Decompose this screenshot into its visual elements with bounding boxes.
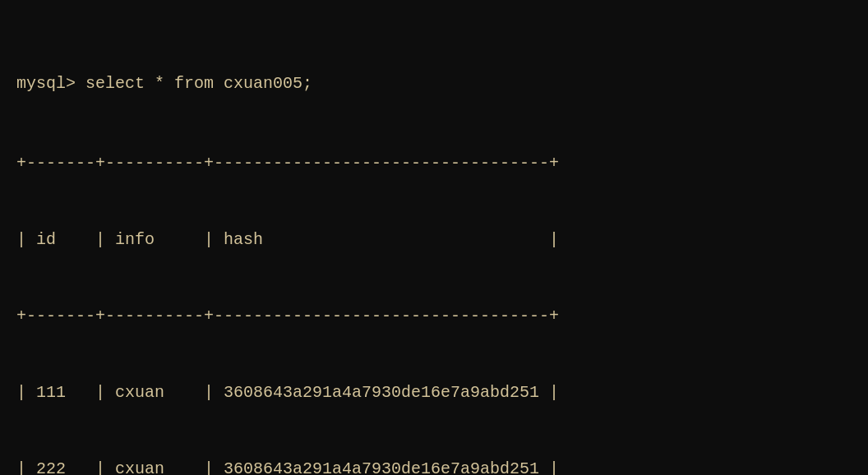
sql-prompt: mysql> select * from cxuan005; bbox=[16, 71, 852, 96]
table-row: | 111 | cxuan | 3608643a291a4a7930de16e7… bbox=[16, 380, 852, 405]
separator-top: +-------+----------+--------------------… bbox=[16, 150, 852, 176]
separator-mid: +-------+----------+--------------------… bbox=[16, 303, 852, 329]
terminal-window: mysql> select * from cxuan005; +-------+… bbox=[0, 0, 868, 475]
table-header: | id | info | hash | bbox=[16, 227, 852, 252]
table-row: | 222 | cxuan | 3608643a291a4a7930de16e7… bbox=[16, 456, 852, 475]
